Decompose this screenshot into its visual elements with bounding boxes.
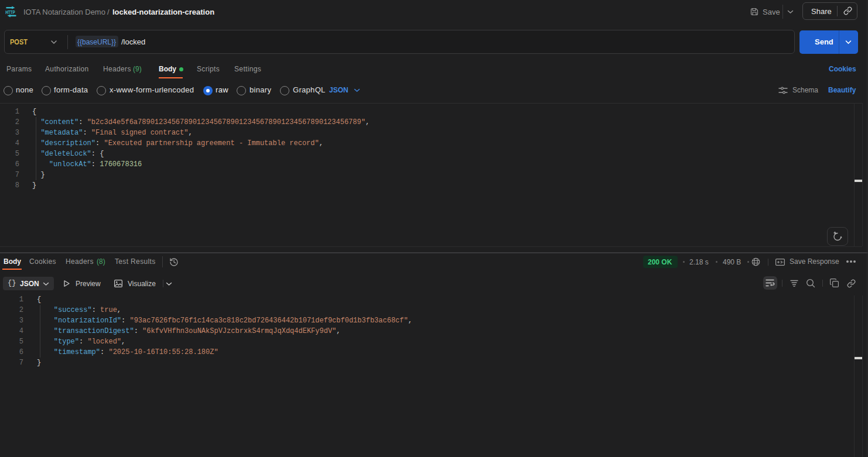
svg-text:HTTP: HTTP	[5, 9, 15, 15]
